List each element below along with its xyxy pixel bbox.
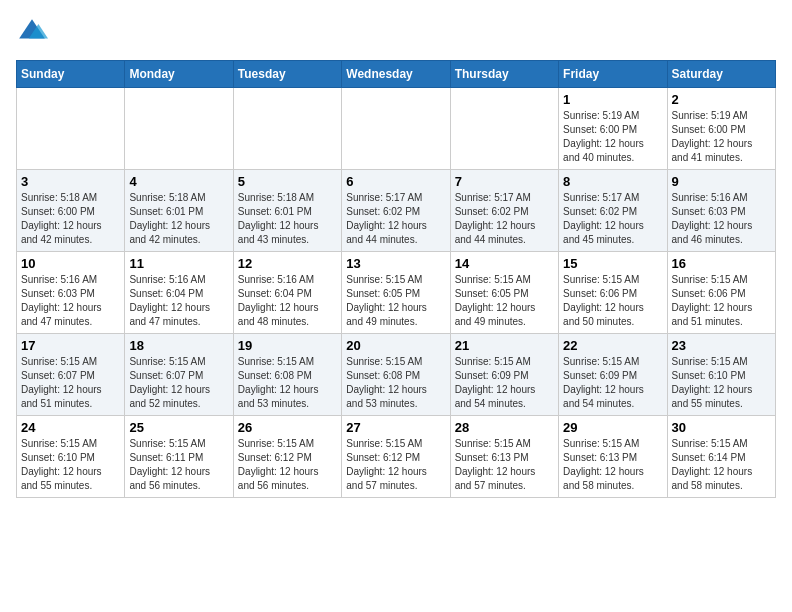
day-number: 25 xyxy=(129,420,228,435)
calendar-cell: 20Sunrise: 5:15 AM Sunset: 6:08 PM Dayli… xyxy=(342,334,450,416)
day-info: Sunrise: 5:15 AM Sunset: 6:08 PM Dayligh… xyxy=(238,355,337,411)
day-number: 22 xyxy=(563,338,662,353)
calendar-cell xyxy=(125,88,233,170)
day-header-wednesday: Wednesday xyxy=(342,61,450,88)
calendar-cell: 9Sunrise: 5:16 AM Sunset: 6:03 PM Daylig… xyxy=(667,170,775,252)
calendar-cell: 28Sunrise: 5:15 AM Sunset: 6:13 PM Dayli… xyxy=(450,416,558,498)
calendar-cell: 6Sunrise: 5:17 AM Sunset: 6:02 PM Daylig… xyxy=(342,170,450,252)
calendar-cell: 19Sunrise: 5:15 AM Sunset: 6:08 PM Dayli… xyxy=(233,334,341,416)
calendar-cell: 18Sunrise: 5:15 AM Sunset: 6:07 PM Dayli… xyxy=(125,334,233,416)
day-number: 24 xyxy=(21,420,120,435)
day-number: 13 xyxy=(346,256,445,271)
day-info: Sunrise: 5:17 AM Sunset: 6:02 PM Dayligh… xyxy=(563,191,662,247)
day-info: Sunrise: 5:15 AM Sunset: 6:08 PM Dayligh… xyxy=(346,355,445,411)
day-number: 7 xyxy=(455,174,554,189)
calendar-cell: 10Sunrise: 5:16 AM Sunset: 6:03 PM Dayli… xyxy=(17,252,125,334)
day-info: Sunrise: 5:15 AM Sunset: 6:05 PM Dayligh… xyxy=(455,273,554,329)
logo xyxy=(16,16,52,48)
calendar-cell xyxy=(450,88,558,170)
calendar-cell xyxy=(233,88,341,170)
day-info: Sunrise: 5:15 AM Sunset: 6:09 PM Dayligh… xyxy=(455,355,554,411)
calendar-cell: 26Sunrise: 5:15 AM Sunset: 6:12 PM Dayli… xyxy=(233,416,341,498)
day-info: Sunrise: 5:15 AM Sunset: 6:11 PM Dayligh… xyxy=(129,437,228,493)
calendar-cell: 23Sunrise: 5:15 AM Sunset: 6:10 PM Dayli… xyxy=(667,334,775,416)
day-info: Sunrise: 5:17 AM Sunset: 6:02 PM Dayligh… xyxy=(346,191,445,247)
calendar-week-row: 24Sunrise: 5:15 AM Sunset: 6:10 PM Dayli… xyxy=(17,416,776,498)
day-number: 4 xyxy=(129,174,228,189)
calendar-table: SundayMondayTuesdayWednesdayThursdayFrid… xyxy=(16,60,776,498)
day-number: 5 xyxy=(238,174,337,189)
day-header-saturday: Saturday xyxy=(667,61,775,88)
page-header xyxy=(16,16,776,48)
calendar-cell: 24Sunrise: 5:15 AM Sunset: 6:10 PM Dayli… xyxy=(17,416,125,498)
day-number: 29 xyxy=(563,420,662,435)
day-number: 11 xyxy=(129,256,228,271)
day-info: Sunrise: 5:15 AM Sunset: 6:12 PM Dayligh… xyxy=(238,437,337,493)
calendar-cell: 5Sunrise: 5:18 AM Sunset: 6:01 PM Daylig… xyxy=(233,170,341,252)
calendar-cell: 15Sunrise: 5:15 AM Sunset: 6:06 PM Dayli… xyxy=(559,252,667,334)
day-number: 28 xyxy=(455,420,554,435)
calendar-cell: 1Sunrise: 5:19 AM Sunset: 6:00 PM Daylig… xyxy=(559,88,667,170)
day-info: Sunrise: 5:19 AM Sunset: 6:00 PM Dayligh… xyxy=(563,109,662,165)
day-number: 6 xyxy=(346,174,445,189)
day-info: Sunrise: 5:16 AM Sunset: 6:04 PM Dayligh… xyxy=(129,273,228,329)
day-info: Sunrise: 5:15 AM Sunset: 6:06 PM Dayligh… xyxy=(672,273,771,329)
day-header-monday: Monday xyxy=(125,61,233,88)
day-info: Sunrise: 5:15 AM Sunset: 6:06 PM Dayligh… xyxy=(563,273,662,329)
day-info: Sunrise: 5:18 AM Sunset: 6:01 PM Dayligh… xyxy=(238,191,337,247)
day-number: 20 xyxy=(346,338,445,353)
day-info: Sunrise: 5:15 AM Sunset: 6:07 PM Dayligh… xyxy=(21,355,120,411)
logo-icon xyxy=(16,16,48,48)
day-number: 19 xyxy=(238,338,337,353)
day-number: 10 xyxy=(21,256,120,271)
day-info: Sunrise: 5:15 AM Sunset: 6:05 PM Dayligh… xyxy=(346,273,445,329)
day-info: Sunrise: 5:15 AM Sunset: 6:14 PM Dayligh… xyxy=(672,437,771,493)
day-number: 1 xyxy=(563,92,662,107)
day-info: Sunrise: 5:17 AM Sunset: 6:02 PM Dayligh… xyxy=(455,191,554,247)
calendar-cell xyxy=(342,88,450,170)
day-number: 18 xyxy=(129,338,228,353)
calendar-week-row: 17Sunrise: 5:15 AM Sunset: 6:07 PM Dayli… xyxy=(17,334,776,416)
calendar-week-row: 3Sunrise: 5:18 AM Sunset: 6:00 PM Daylig… xyxy=(17,170,776,252)
calendar-cell: 22Sunrise: 5:15 AM Sunset: 6:09 PM Dayli… xyxy=(559,334,667,416)
day-number: 12 xyxy=(238,256,337,271)
day-number: 21 xyxy=(455,338,554,353)
day-number: 8 xyxy=(563,174,662,189)
calendar-cell: 25Sunrise: 5:15 AM Sunset: 6:11 PM Dayli… xyxy=(125,416,233,498)
day-number: 16 xyxy=(672,256,771,271)
day-number: 26 xyxy=(238,420,337,435)
calendar-cell: 12Sunrise: 5:16 AM Sunset: 6:04 PM Dayli… xyxy=(233,252,341,334)
calendar-week-row: 1Sunrise: 5:19 AM Sunset: 6:00 PM Daylig… xyxy=(17,88,776,170)
calendar-header-row: SundayMondayTuesdayWednesdayThursdayFrid… xyxy=(17,61,776,88)
calendar-cell: 3Sunrise: 5:18 AM Sunset: 6:00 PM Daylig… xyxy=(17,170,125,252)
day-header-friday: Friday xyxy=(559,61,667,88)
day-number: 3 xyxy=(21,174,120,189)
calendar-cell: 16Sunrise: 5:15 AM Sunset: 6:06 PM Dayli… xyxy=(667,252,775,334)
day-number: 23 xyxy=(672,338,771,353)
day-info: Sunrise: 5:15 AM Sunset: 6:12 PM Dayligh… xyxy=(346,437,445,493)
day-info: Sunrise: 5:15 AM Sunset: 6:10 PM Dayligh… xyxy=(21,437,120,493)
day-number: 27 xyxy=(346,420,445,435)
calendar-cell: 14Sunrise: 5:15 AM Sunset: 6:05 PM Dayli… xyxy=(450,252,558,334)
calendar-cell: 11Sunrise: 5:16 AM Sunset: 6:04 PM Dayli… xyxy=(125,252,233,334)
day-info: Sunrise: 5:15 AM Sunset: 6:13 PM Dayligh… xyxy=(455,437,554,493)
day-info: Sunrise: 5:18 AM Sunset: 6:00 PM Dayligh… xyxy=(21,191,120,247)
calendar-cell: 17Sunrise: 5:15 AM Sunset: 6:07 PM Dayli… xyxy=(17,334,125,416)
day-info: Sunrise: 5:15 AM Sunset: 6:07 PM Dayligh… xyxy=(129,355,228,411)
day-header-thursday: Thursday xyxy=(450,61,558,88)
calendar-cell: 30Sunrise: 5:15 AM Sunset: 6:14 PM Dayli… xyxy=(667,416,775,498)
day-info: Sunrise: 5:15 AM Sunset: 6:09 PM Dayligh… xyxy=(563,355,662,411)
day-number: 9 xyxy=(672,174,771,189)
day-number: 17 xyxy=(21,338,120,353)
day-header-tuesday: Tuesday xyxy=(233,61,341,88)
calendar-cell: 4Sunrise: 5:18 AM Sunset: 6:01 PM Daylig… xyxy=(125,170,233,252)
day-info: Sunrise: 5:15 AM Sunset: 6:10 PM Dayligh… xyxy=(672,355,771,411)
calendar-cell: 8Sunrise: 5:17 AM Sunset: 6:02 PM Daylig… xyxy=(559,170,667,252)
calendar-cell: 2Sunrise: 5:19 AM Sunset: 6:00 PM Daylig… xyxy=(667,88,775,170)
calendar-cell xyxy=(17,88,125,170)
day-number: 2 xyxy=(672,92,771,107)
calendar-cell: 13Sunrise: 5:15 AM Sunset: 6:05 PM Dayli… xyxy=(342,252,450,334)
day-info: Sunrise: 5:16 AM Sunset: 6:03 PM Dayligh… xyxy=(672,191,771,247)
calendar-cell: 21Sunrise: 5:15 AM Sunset: 6:09 PM Dayli… xyxy=(450,334,558,416)
day-info: Sunrise: 5:15 AM Sunset: 6:13 PM Dayligh… xyxy=(563,437,662,493)
